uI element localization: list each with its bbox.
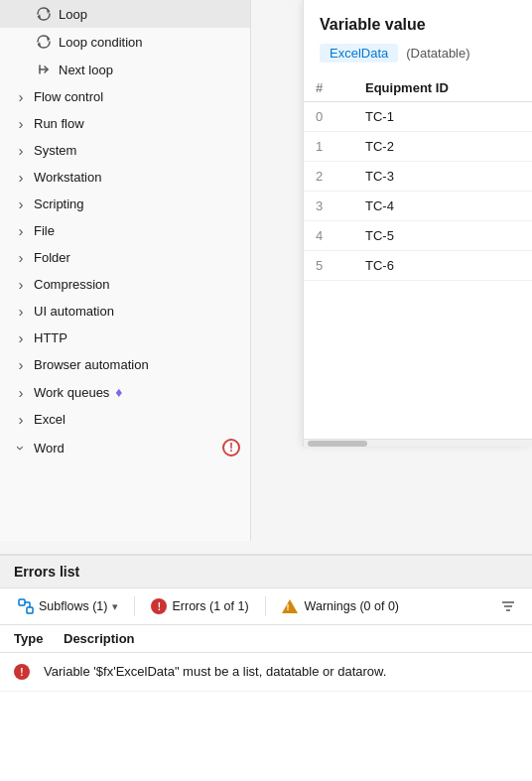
chevron-right-icon (14, 305, 28, 319)
sidebar-item-workstation-label: Workstation (34, 170, 101, 185)
horizontal-scrollbar[interactable] (304, 439, 532, 447)
chevron-down-icon (14, 441, 28, 455)
row-value: TC-4 (353, 192, 532, 221)
subflows-label: Subflows (1) (39, 599, 107, 613)
errors-label: Errors (1 of 1) (172, 599, 248, 613)
variable-tag: ExcelData (320, 44, 398, 63)
sidebar-item-scripting[interactable]: Scripting (0, 191, 250, 217)
sidebar-item-http-label: HTTP (34, 330, 67, 345)
col-header-index: # (304, 74, 353, 102)
toolbar-divider (134, 596, 135, 616)
panel-tag-row: ExcelData (Datatable) (304, 44, 532, 74)
sidebar-item-next-loop[interactable]: Next loop (0, 56, 250, 83)
col-type-header: Type (14, 631, 64, 646)
error-circle-icon: ! (151, 598, 167, 614)
warning-badge: ! (222, 439, 240, 456)
sidebar-item-folder[interactable]: Folder (0, 244, 250, 271)
sidebar-item-browser-automation[interactable]: Browser automation (0, 351, 250, 378)
errors-header: Errors list (0, 556, 532, 588)
row-value: TC-6 (353, 251, 532, 281)
svg-rect-2 (19, 599, 25, 605)
sidebar-item-loop[interactable]: Loop (0, 0, 250, 28)
warning-triangle-icon (282, 599, 298, 613)
row-index: 0 (304, 102, 353, 132)
error-row-0: ! Variable '$fx'ExcelData" must be a lis… (0, 653, 532, 692)
svg-rect-3 (27, 607, 33, 613)
loop-icon (36, 6, 52, 22)
table-row: 2TC-3 (304, 162, 532, 192)
sidebar-item-browser-automation-label: Browser automation (34, 357, 149, 372)
chevron-right-icon (14, 413, 28, 427)
warnings-label: Warnings (0 of 0) (305, 599, 399, 613)
sidebar-item-loop-condition[interactable]: Loop condition (0, 28, 250, 56)
subflows-button[interactable]: Subflows (1) ▾ (10, 594, 126, 618)
sidebar-item-flow-control-label: Flow control (34, 89, 103, 104)
toolbar-divider-2 (265, 596, 266, 616)
chevron-right-icon (14, 251, 28, 265)
sidebar-item-next-loop-label: Next loop (59, 63, 113, 77)
table-row: 5TC-6 (304, 251, 532, 281)
panel-title: Variable value (304, 0, 532, 44)
chevron-right-icon (14, 278, 28, 292)
errors-button[interactable]: ! Errors (1 of 1) (143, 594, 256, 618)
row-value: TC-5 (353, 221, 532, 251)
sidebar-item-file-label: File (34, 223, 55, 238)
sidebar-item-flow-control[interactable]: Flow control (0, 83, 250, 110)
variable-panel: Variable value ExcelData (Datatable) # E… (303, 0, 532, 447)
errors-toolbar: Subflows (1) ▾ ! Errors (1 of 1) Warning… (0, 588, 532, 625)
sidebar-item-compression[interactable]: Compression (0, 271, 250, 298)
chevron-right-icon (14, 358, 28, 372)
warnings-button[interactable]: Warnings (0 of 0) (274, 595, 407, 617)
sidebar-item-work-queues[interactable]: Work queues ♦ (0, 378, 250, 406)
sidebar-item-scripting-label: Scripting (34, 196, 84, 211)
variable-data-table: # Equipment ID 0TC-11TC-22TC-33TC-44TC-5… (304, 74, 532, 281)
chevron-right-icon (14, 144, 28, 158)
chevron-right-icon (14, 90, 28, 104)
sidebar-item-run-flow[interactable]: Run flow (0, 110, 250, 137)
scrollbar-thumb (308, 441, 367, 447)
sidebar-item-system[interactable]: System (0, 137, 250, 164)
row-index: 3 (304, 192, 353, 221)
variable-type-label: (Datatable) (406, 46, 469, 61)
sidebar-item-ui-automation[interactable]: UI automation (0, 298, 250, 325)
errors-section: Errors list Subflows (1) ▾ ! Errors (1 o… (0, 554, 532, 781)
sidebar-item-word[interactable]: Word ! (0, 433, 250, 462)
chevron-right-icon (14, 331, 28, 345)
row-index: 4 (304, 221, 353, 251)
row-index: 1 (304, 132, 353, 162)
error-icon-circle: ! (14, 664, 30, 680)
sidebar-item-folder-label: Folder (34, 250, 70, 265)
row-value: TC-1 (353, 102, 532, 132)
filter-button[interactable] (494, 594, 522, 618)
chevron-right-icon (14, 385, 28, 399)
sidebar-item-loop-condition-label: Loop condition (59, 35, 143, 50)
col-header-equipment-id: Equipment ID (353, 74, 532, 102)
sidebar-item-file[interactable]: File (0, 217, 250, 244)
sidebar-item-excel-label: Excel (34, 412, 66, 427)
row-index: 5 (304, 251, 353, 281)
sidebar-item-run-flow-label: Run flow (34, 116, 84, 131)
sidebar-item-workstation[interactable]: Workstation (0, 164, 250, 191)
table-row: 0TC-1 (304, 102, 532, 132)
row-value: TC-2 (353, 132, 532, 162)
sidebar: Loop Loop condition Next loop Flow contr… (0, 0, 251, 541)
table-row: 3TC-4 (304, 192, 532, 221)
chevron-right-icon (14, 197, 28, 211)
sidebar-item-http[interactable]: HTTP (0, 325, 250, 351)
sidebar-item-word-label: Word (34, 441, 65, 456)
next-loop-icon (36, 62, 52, 77)
loop-condition-icon (36, 34, 52, 50)
table-row: 1TC-2 (304, 132, 532, 162)
row-value: TC-3 (353, 162, 532, 192)
sidebar-item-work-queues-label: Work queues (34, 385, 109, 400)
sidebar-item-compression-label: Compression (34, 277, 110, 292)
sidebar-item-system-label: System (34, 143, 76, 158)
errors-table-header: Type Description (0, 625, 532, 653)
sidebar-item-ui-automation-label: UI automation (34, 304, 114, 319)
chevron-right-icon (14, 117, 28, 131)
diamond-badge-icon: ♦ (115, 384, 122, 400)
sidebar-item-loop-label: Loop (59, 7, 87, 22)
error-row-description: Variable '$fx'ExcelData" must be a list,… (44, 663, 386, 681)
sidebar-item-excel[interactable]: Excel (0, 406, 250, 433)
subflows-dropdown-icon: ▾ (112, 600, 118, 613)
